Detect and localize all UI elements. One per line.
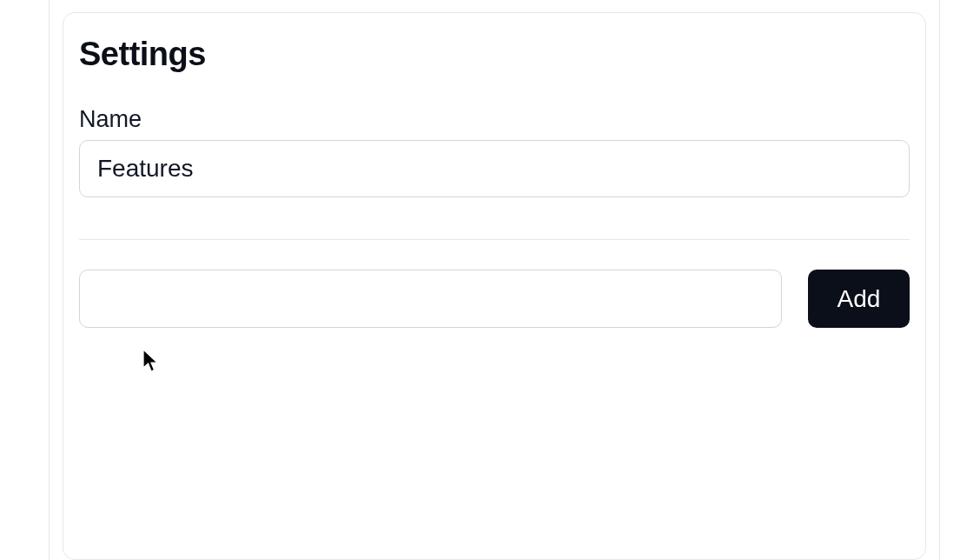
- add-row: Add: [79, 270, 910, 328]
- name-input[interactable]: [79, 140, 910, 197]
- add-item-input[interactable]: [79, 270, 782, 328]
- name-field-label: Name: [79, 106, 910, 133]
- settings-title: Settings: [79, 36, 910, 73]
- add-button[interactable]: Add: [808, 270, 910, 328]
- name-field-group: Name: [79, 106, 910, 197]
- settings-panel: Settings Name Add: [63, 12, 926, 560]
- divider: [79, 239, 910, 240]
